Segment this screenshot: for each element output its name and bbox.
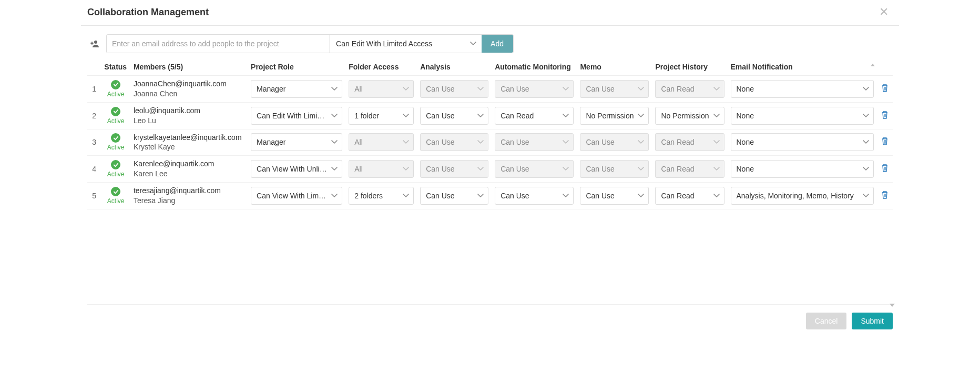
folder-access-value: All (354, 85, 363, 93)
email-notification-value: Analysis, Monitoring, Memo, History (737, 192, 854, 200)
col-members[interactable]: Members (5/5) (130, 57, 248, 76)
role-value: Can Edit With Limi… (257, 112, 324, 120)
monitoring-value: Can Use (501, 85, 529, 93)
status-badge: Active (107, 107, 125, 125)
chevron-down-icon (563, 194, 569, 198)
email-notification-select[interactable]: None (731, 80, 874, 98)
add-role-value: Can Edit With Limited Access (336, 39, 432, 48)
col-index (87, 57, 101, 76)
history-select[interactable]: No Permission (655, 107, 724, 125)
role-value: Can View With Unli… (257, 165, 327, 173)
analysis-select[interactable]: Can Use (420, 187, 488, 205)
history-select: Can Read (655, 160, 724, 178)
role-select[interactable]: Manager (251, 133, 342, 151)
submit-button[interactable]: Submit (852, 313, 893, 329)
email-notification-value: None (737, 165, 754, 173)
modal-footer: Cancel Submit (81, 305, 899, 339)
member-email: JoannaChen@inquartik.com (134, 79, 244, 89)
close-icon: ✕ (879, 5, 889, 18)
delete-button[interactable] (881, 111, 889, 119)
memo-select[interactable]: Can Use (580, 187, 649, 205)
monitoring-select[interactable]: Can Read (495, 107, 574, 125)
col-history[interactable]: Project History (652, 57, 727, 76)
member-email: teresajiang@inquartik.com (134, 186, 244, 196)
history-value: Can Read (661, 138, 694, 146)
modal-title: Collaboration Management (87, 7, 209, 18)
chevron-down-icon (713, 114, 720, 118)
role-value: Manager (257, 85, 285, 93)
chevron-down-icon (713, 194, 720, 198)
monitoring-value: Can Read (501, 112, 534, 120)
analysis-value: Can Use (426, 85, 454, 93)
member-email: Karenlee@inquartik.com (134, 159, 244, 169)
role-select[interactable]: Manager (251, 80, 342, 98)
close-button[interactable]: ✕ (875, 4, 893, 20)
role-select[interactable]: Can View With Unli… (251, 160, 342, 178)
collaboration-modal: Collaboration Management ✕ Can Edit With… (81, 0, 899, 339)
chevron-down-icon (638, 87, 644, 91)
chevron-down-icon (477, 167, 484, 171)
status-label: Active (107, 171, 125, 178)
analysis-value: Can Use (426, 192, 454, 200)
monitoring-select[interactable]: Can Use (495, 187, 574, 205)
role-value: Manager (257, 138, 285, 146)
analysis-select[interactable]: Can Use (420, 107, 488, 125)
email-notification-select[interactable]: None (731, 133, 874, 151)
chevron-down-icon (403, 140, 409, 144)
chevron-down-icon (477, 87, 484, 91)
chevron-down-icon (638, 140, 644, 144)
status-cell: Active (101, 129, 130, 156)
status-label: Active (107, 91, 125, 98)
col-memo[interactable]: Memo (577, 57, 652, 76)
member-cell: Karenlee@inquartik.comKaren Lee (130, 156, 248, 183)
table-row: 1ActiveJoannaChen@inquartik.comJoanna Ch… (87, 76, 893, 103)
delete-button[interactable] (881, 191, 889, 199)
folder-access-select: All (349, 160, 414, 178)
chevron-down-icon (563, 114, 569, 118)
trash-icon (881, 137, 889, 146)
col-email-notif[interactable]: Email Notification (728, 57, 877, 76)
folder-access-value: All (354, 165, 363, 173)
delete-button[interactable] (881, 84, 889, 93)
role-select[interactable]: Can Edit With Limi… (251, 107, 342, 125)
cancel-button[interactable]: Cancel (806, 313, 847, 329)
memo-value: Can Use (586, 165, 614, 173)
folder-access-value: 1 folder (354, 112, 379, 120)
monitoring-value: Can Use (501, 138, 529, 146)
delete-button[interactable] (881, 164, 889, 173)
email-notification-select[interactable]: Analysis, Monitoring, Memo, History (731, 187, 874, 205)
history-select[interactable]: Can Read (655, 187, 724, 205)
folder-access-select[interactable]: 2 folders (349, 187, 414, 205)
email-notification-select[interactable]: None (731, 160, 874, 178)
status-badge: Active (107, 133, 125, 151)
folder-access-select: All (349, 80, 414, 98)
role-select[interactable]: Can View With Lim… (251, 187, 342, 205)
trash-icon (881, 111, 889, 119)
trash-icon (881, 191, 889, 199)
monitoring-select: Can Use (495, 160, 574, 178)
email-input[interactable] (107, 35, 329, 53)
memo-select: Can Use (580, 133, 649, 151)
col-role[interactable]: Project Role (248, 57, 345, 76)
col-analysis[interactable]: Analysis (417, 57, 492, 76)
memo-select[interactable]: No Permission (580, 107, 649, 125)
folder-access-select[interactable]: 1 folder (349, 107, 414, 125)
history-value: Can Read (661, 85, 694, 93)
monitoring-value: Can Use (501, 165, 529, 173)
chevron-down-icon (477, 140, 484, 144)
col-monitoring[interactable]: Automatic Monitoring (492, 57, 577, 76)
member-name: Karen Lee (134, 169, 244, 179)
status-label: Active (107, 117, 125, 125)
table-row: 5Activeteresajiang@inquartik.comTeresa J… (87, 183, 893, 209)
col-folder[interactable]: Folder Access (345, 57, 417, 76)
chevron-down-icon (331, 87, 338, 91)
add-role-select[interactable]: Can Edit With Limited Access (329, 35, 482, 53)
col-status[interactable]: Status (101, 57, 130, 76)
email-notification-select[interactable]: None (731, 107, 874, 125)
add-button[interactable]: Add (481, 35, 513, 53)
add-member-row: Can Edit With Limited Access Add (81, 26, 899, 57)
member-cell: leolu@inquartik.comLeo Lu (130, 102, 248, 129)
chevron-down-icon (863, 140, 869, 144)
member-email: krystelkayetanlee@inquartik.com (134, 133, 244, 143)
delete-button[interactable] (881, 137, 889, 146)
